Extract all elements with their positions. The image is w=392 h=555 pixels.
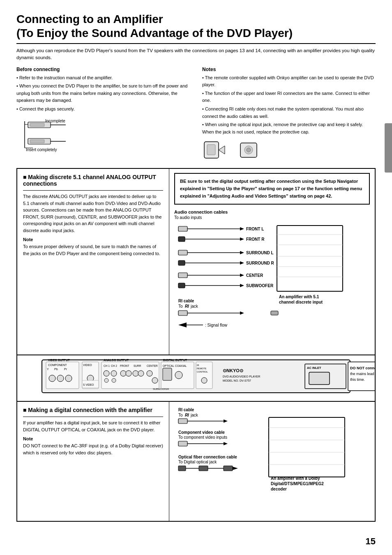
svg-rect-18 [178, 226, 187, 231]
optical-diagram [202, 140, 376, 162]
svg-text:IR: IR [197, 364, 199, 366]
svg-text:To: To [178, 413, 183, 417]
svg-text:OPTICAL: OPTICAL [163, 364, 174, 367]
svg-point-98 [175, 371, 182, 379]
digital-section-panel: Making a digital connection with the amp… [17, 402, 169, 521]
analog-body: The discrete ANALOG OUTPUT jacks are int… [23, 193, 163, 234]
svg-rect-137 [269, 417, 345, 477]
svg-text:I: I [188, 413, 189, 417]
optical-svg2 [238, 140, 263, 162]
svg-text:MODEL NO. DV-S757: MODEL NO. DV-S757 [223, 379, 251, 382]
audio-cables-heading: Audio connection cables [174, 210, 370, 214]
before-connecting-heading: Before connecting [16, 67, 190, 72]
audio-diagram: Audio connection cables To audio inputs … [174, 210, 370, 350]
svg-text:: Signal flow: : Signal flow [205, 323, 228, 327]
svg-rect-5 [30, 123, 44, 127]
right-panel: BE sure to set the digital output settin… [169, 169, 375, 355]
svg-rect-8 [30, 140, 44, 143]
list-item: Connect the plugs securely. [16, 106, 190, 113]
bottom-diagram-panel: RI cable To R I jack Component video cab… [169, 402, 375, 521]
list-item: The remote controller supplied with Onky… [202, 74, 376, 89]
svg-marker-57 [240, 311, 244, 315]
svg-rect-42 [277, 226, 343, 291]
bottom-diagram-svg: RI cable To R I jack Component video cab… [174, 405, 351, 516]
svg-text:CENTER: CENTER [147, 364, 158, 367]
svg-text:jack: jack [190, 413, 198, 417]
svg-text:COAXIAL: COAXIAL [175, 364, 187, 367]
svg-text:To component video inputs: To component video inputs [178, 435, 227, 440]
main-section-inner: Making discrete 5.1 channel ANALOG OUTPU… [17, 169, 375, 355]
svg-rect-26 [178, 250, 187, 255]
notes-col: Notes The remote controller supplied wit… [202, 67, 376, 163]
svg-marker-40 [240, 284, 244, 287]
analog-note-heading: Note [23, 237, 163, 242]
svg-rect-34 [178, 273, 187, 278]
svg-text:SURROUND L: SURROUND L [246, 251, 274, 255]
svg-rect-22 [178, 237, 185, 242]
svg-text:Optical fiber connection cable: Optical fiber connection cable [178, 455, 237, 459]
audio-sub-label: To audio inputs [174, 215, 370, 220]
dvd-player-svg: COMPONENT Y Pb Pr VIDEO OUTPUT VIDEO S V… [21, 358, 375, 397]
svg-marker-24 [240, 237, 244, 241]
svg-text:decoder: decoder [271, 487, 287, 491]
svg-text:AC INLET: AC INLET [307, 366, 321, 370]
before-connecting-list: Refer to the instruction manual of the a… [16, 74, 190, 113]
svg-text:Pr: Pr [64, 368, 67, 371]
svg-text:SUBWOOFER: SUBWOOFER [153, 388, 169, 390]
svg-text:SUBWOOFER: SUBWOOFER [246, 283, 274, 288]
svg-marker-123 [224, 419, 228, 423]
svg-text:RI cable: RI cable [178, 299, 194, 303]
svg-text:jack: jack [190, 304, 198, 309]
list-item: Connecting RI cable only does not make t… [202, 106, 376, 120]
svg-text:DVD AUDIO/VIDEO PLAYER: DVD AUDIO/VIDEO PLAYER [223, 375, 260, 378]
divider2 [23, 417, 163, 417]
svg-text:S VIDEO: S VIDEO [83, 383, 94, 386]
svg-text:RI cable: RI cable [178, 408, 194, 412]
svg-point-17 [247, 148, 251, 152]
connector-diagram: Incomplete Insert completely [16, 117, 190, 155]
svg-rect-96 [163, 368, 172, 380]
svg-text:An amplifier with 5.1: An amplifier with 5.1 [279, 295, 319, 299]
notes-heading: Notes [202, 67, 376, 72]
svg-point-81 [104, 378, 108, 382]
svg-text:ANALOG OUTPUT: ANALOG OUTPUT [104, 359, 129, 362]
svg-text:FRONT R: FRONT R [246, 237, 265, 242]
bottom-section: Making a digital connection with the amp… [16, 402, 376, 522]
svg-text:Pb: Pb [54, 368, 58, 371]
svg-rect-30 [178, 260, 185, 265]
svg-point-87 [126, 371, 131, 376]
svg-marker-32 [240, 261, 244, 265]
svg-text:VIDEO: VIDEO [83, 364, 92, 366]
svg-point-90 [138, 371, 144, 376]
svg-text:Y: Y [47, 368, 49, 371]
svg-text:To: To [178, 304, 183, 309]
svg-text:FRONT L: FRONT L [246, 227, 264, 231]
list-item: Refer to the instruction manual of the a… [16, 74, 190, 82]
digital-section-title: Making a digital connection with the amp… [23, 407, 163, 413]
svg-marker-36 [240, 274, 244, 277]
svg-text:DIGITAL OUTPUT: DIGITAL OUTPUT [163, 359, 187, 362]
list-item: When you connect the DVD Player to the a… [16, 83, 190, 104]
svg-point-89 [133, 371, 138, 376]
svg-rect-121 [178, 419, 187, 424]
warning-box: BE sure to set the digital output settin… [174, 173, 370, 205]
before-connecting-col: Before connecting Refer to the instructi… [16, 67, 190, 163]
svg-text:SURR: SURR [134, 364, 141, 367]
svg-text:channel discrete input: channel discrete input [279, 300, 323, 304]
svg-text:FRONT: FRONT [120, 364, 129, 367]
svg-point-65 [49, 375, 55, 382]
svg-text:this time.: this time. [350, 378, 365, 382]
svg-text:CONTROL: CONTROL [197, 371, 208, 373]
list-item: When using the optical input jack, remov… [202, 121, 376, 136]
svg-marker-136 [233, 467, 238, 470]
analog-section-panel: Making discrete 5.1 channel ANALOG OUTPU… [17, 169, 169, 355]
svg-marker-128 [224, 442, 228, 445]
svg-marker-28 [240, 251, 244, 254]
svg-text:SURROUND R: SURROUND R [246, 261, 274, 265]
side-tab [385, 123, 392, 173]
warning-text: BE sure to set the digital output settin… [180, 179, 362, 198]
intro-text: Although you can reproduce the DVD Playe… [16, 47, 376, 62]
svg-marker-59 [178, 322, 187, 327]
digital-note-heading: Note [23, 436, 163, 441]
svg-point-103 [201, 378, 207, 383]
